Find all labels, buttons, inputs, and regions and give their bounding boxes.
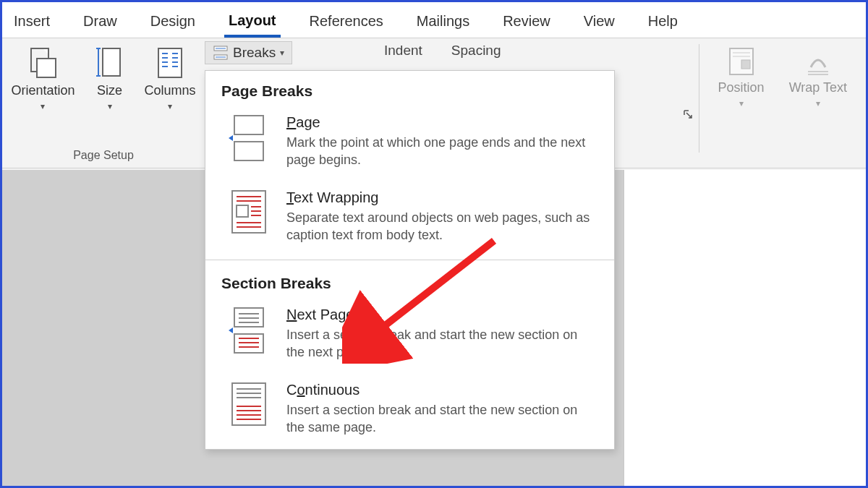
break-page-item[interactable]: Page Mark the point at which one page en… [205,107,614,182]
next-page-icon [229,307,269,354]
ribbon-tabs: Insert Draw Design Layout References Mai… [2,2,866,38]
breaks-group: Breaks ▾ Page Breaks Page [205,38,216,168]
tab-help[interactable]: Help [644,6,682,38]
section-breaks-heading: Section Breaks [205,263,614,299]
tab-references[interactable]: References [305,6,388,38]
size-icon [95,46,124,80]
chevron-down-icon: ▾ [168,101,172,111]
tab-view[interactable]: View [579,6,619,38]
orientation-label: Orientation [11,83,75,98]
breaks-icon [213,45,229,61]
tab-insert[interactable]: Insert [9,6,54,38]
indent-label: Indent [384,43,422,59]
break-next-page-title: Next Page [286,307,598,323]
dialog-launcher-icon [683,109,693,119]
break-page-desc: Mark the point at which one page ends an… [286,134,598,169]
text-wrapping-icon [231,189,267,234]
break-text-wrapping-desc: Separate text around objects on web page… [286,209,598,244]
breaks-dropdown: Page Breaks Page Mark the point at which… [205,70,615,450]
columns-icon [156,46,184,80]
chevron-down-icon: ▾ [739,98,744,108]
break-continuous-desc: Insert a section break and start the new… [286,401,598,437]
break-continuous-title: Continuous [286,382,598,398]
svg-marker-21 [229,135,233,141]
spacing-label: Spacing [451,43,555,59]
page-breaks-heading: Page Breaks [205,71,614,107]
indent-column: Indent [384,43,422,63]
tab-review[interactable]: Review [498,6,555,38]
svg-rect-49 [741,60,750,69]
tab-draw[interactable]: Draw [79,6,122,38]
size-button[interactable]: Size ▾ [87,43,133,114]
page-setup-group: Orientation ▾ Size ▾ [2,38,205,168]
position-label: Position [718,80,765,95]
wrap-text-label: Wrap Text [789,80,847,95]
paragraph-dialog-launcher[interactable] [681,108,694,121]
svg-rect-2 [103,48,120,76]
chevron-down-icon: ▾ [280,48,284,58]
orientation-icon [27,46,59,80]
continuous-icon [231,382,267,427]
break-text-wrapping-item[interactable]: Text Wrapping Separate text around objec… [205,182,614,257]
svg-rect-19 [234,116,263,134]
break-text-wrapping-title: Text Wrapping [286,189,598,206]
break-next-page-desc: Insert a section break and start the new… [286,326,598,361]
position-button[interactable]: Position ▾ [710,43,773,111]
tab-design[interactable]: Design [146,6,200,38]
position-icon [727,46,756,77]
columns-label: Columns [145,83,196,98]
columns-button[interactable]: Columns ▾ [136,43,205,114]
tab-layout[interactable]: Layout [224,5,281,38]
chevron-down-icon: ▾ [108,101,112,111]
chevron-down-icon: ▾ [816,98,820,108]
wrap-text-button[interactable]: Wrap Text ▾ [780,43,856,111]
svg-marker-39 [229,328,233,333]
orientation-button[interactable]: Orientation ▾ [2,43,83,114]
size-label: Size [97,83,122,98]
arrange-group: Position ▾ Wrap Text ▾ [699,38,866,116]
divider [205,260,614,260]
layout-ribbon: Orientation ▾ Size ▾ [2,38,866,168]
break-continuous-item[interactable]: Continuous Insert a section break and st… [205,374,614,450]
chevron-down-icon: ▾ [41,101,45,111]
break-next-page-item[interactable]: Next Page Insert a section break and sta… [205,299,614,374]
svg-rect-6 [158,48,182,77]
svg-rect-20 [234,142,263,160]
breaks-button[interactable]: Breaks ▾ [205,41,292,64]
document-page[interactable] [624,170,866,486]
page-break-icon [229,114,269,162]
page-setup-group-label: Page Setup [73,149,134,165]
break-page-title: Page [286,114,598,131]
tab-mailings[interactable]: Mailings [412,6,474,38]
wrap-text-icon [804,46,833,77]
breaks-label: Breaks [233,45,276,61]
